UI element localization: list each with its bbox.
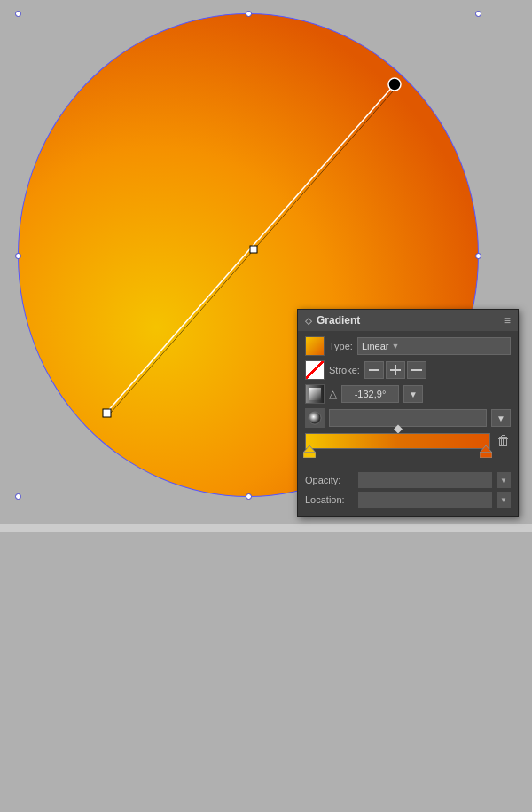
stroke-row: Stroke: [305, 360, 511, 380]
svg-marker-13 [303, 445, 316, 453]
panel-body: Type: Linear ▼ Stroke: [298, 331, 518, 516]
stroke-icon-3 [411, 364, 423, 376]
svg-rect-16 [480, 453, 492, 458]
handle-left[interactable] [15, 253, 21, 259]
gradient-icon-svg [309, 388, 321, 400]
circle-input[interactable] [329, 409, 487, 427]
opacity-input[interactable] [358, 472, 492, 488]
opacity-dropdown[interactable]: ▼ [497, 472, 511, 488]
angle-triangle-icon: △ [329, 388, 337, 400]
type-value-text: Linear [362, 341, 389, 351]
gradient-diamond-icon: ◇ [305, 316, 312, 326]
circle-gradient-icon [305, 408, 325, 428]
svg-rect-5 [369, 369, 379, 371]
stroke-icon-2 [389, 364, 402, 376]
bottom-canvas [0, 532, 532, 812]
stroke-label: Stroke: [329, 365, 360, 375]
type-row: Type: Linear ▼ [305, 336, 511, 356]
panel-title-bar: ◇ Gradient ≡ [298, 310, 518, 331]
svg-rect-11 [309, 388, 321, 400]
circle-dropdown-btn[interactable]: ▼ [491, 409, 511, 427]
panel-title-text: Gradient [317, 314, 360, 327]
svg-marker-15 [480, 445, 492, 453]
gradient-bar[interactable] [305, 433, 490, 449]
angle-row: △ ▼ [305, 384, 511, 404]
handle-bottom[interactable] [246, 493, 252, 500]
gradient-panel: ◇ Gradient ≡ Type: Linear ▼ Stroke: [297, 309, 519, 517]
handle-top-left[interactable] [15, 11, 21, 17]
stroke-btn-1[interactable] [364, 361, 384, 379]
svg-point-12 [309, 412, 321, 424]
opacity-label: Opacity: [305, 475, 354, 485]
angle-input[interactable] [341, 385, 399, 403]
svg-rect-7 [390, 369, 401, 371]
type-dropdown-arrow: ▼ [391, 342, 399, 351]
stroke-swatch[interactable] [305, 360, 325, 380]
handle-bottom-left[interactable] [15, 493, 21, 500]
stroke-icon-1 [368, 364, 380, 376]
stroke-buttons [364, 361, 426, 379]
location-row: Location: ▼ [305, 492, 511, 508]
panel-title: ◇ Gradient [305, 314, 360, 327]
location-input[interactable] [358, 492, 492, 508]
type-label: Type: [329, 341, 353, 351]
handle-right[interactable] [475, 253, 481, 259]
fill-swatch[interactable] [305, 336, 325, 356]
stroke-btn-3[interactable] [407, 361, 426, 379]
icon-row: ▼ [305, 408, 511, 428]
gradient-stop-right[interactable] [480, 445, 492, 461]
gradient-square-icon [305, 384, 325, 404]
stop-right-icon [480, 445, 492, 458]
panel-menu-icon[interactable]: ≡ [504, 313, 511, 327]
angle-dropdown-btn[interactable]: ▼ [403, 385, 423, 403]
gradient-stop-left[interactable] [303, 445, 316, 461]
stop-left-icon [303, 445, 316, 458]
location-label: Location: [305, 494, 354, 505]
handle-top[interactable] [246, 11, 252, 17]
stroke-btn-2[interactable] [386, 361, 405, 379]
svg-rect-14 [303, 453, 316, 458]
gradient-slider-area: 🗑 [305, 433, 511, 449]
type-dropdown[interactable]: Linear ▼ [357, 337, 511, 355]
delete-stop-btn[interactable]: 🗑 [497, 433, 511, 449]
opacity-row: Opacity: ▼ [305, 472, 511, 488]
circle-gradient-svg [308, 411, 322, 425]
location-dropdown[interactable]: ▼ [497, 492, 511, 508]
handle-top-right[interactable] [475, 11, 481, 17]
